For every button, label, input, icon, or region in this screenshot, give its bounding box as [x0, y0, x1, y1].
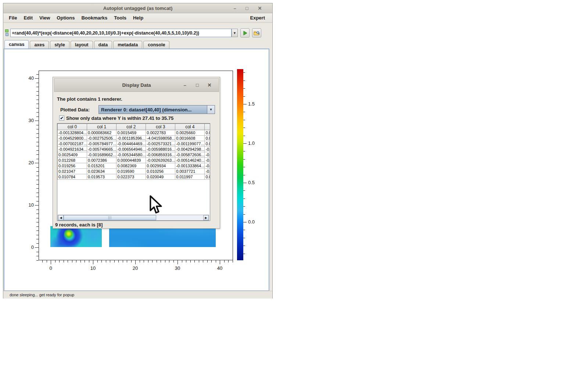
- maximize-icon[interactable]: □: [244, 5, 250, 12]
- table-cell[interactable]: 0.00: [205, 130, 210, 136]
- table-cell[interactable]: 0.0022783: [146, 130, 175, 136]
- tab-axes[interactable]: axes: [30, 41, 49, 49]
- go-button[interactable]: [240, 28, 250, 37]
- table-row[interactable]: 0.0122680.00723860.000044839-0.002639263…: [58, 158, 211, 163]
- minimize-icon[interactable]: –: [232, 5, 238, 12]
- table-cell[interactable]: 0.011997: [175, 174, 205, 180]
- table-cell[interactable]: -0.005784977...: [87, 141, 116, 147]
- tab-data[interactable]: data: [94, 41, 112, 49]
- title-bar[interactable]: Autoplot untagged (as tomcat) – □ ✕: [3, 3, 272, 13]
- dialog-minimize-icon[interactable]: –: [182, 82, 188, 89]
- table-cell[interactable]: -4.041598058...: [146, 136, 175, 141]
- table-cell[interactable]: -0.005988016...: [146, 147, 175, 152]
- table-cell[interactable]: -0.005872606...: [175, 152, 205, 158]
- table-cell[interactable]: -0.004464469...: [116, 141, 146, 147]
- table-cell[interactable]: 0.0015459: [116, 130, 146, 136]
- chevron-down-icon[interactable]: ▼: [207, 106, 215, 114]
- table-cell[interactable]: -0.001328804...: [58, 130, 87, 136]
- column-header-2[interactable]: col 2: [116, 124, 146, 130]
- horizontal-scrollbar[interactable]: ◀ ||| ▶: [58, 215, 209, 221]
- table-cell[interactable]: -0.0: [205, 169, 210, 174]
- dialog-title-bar[interactable]: Display Data – □ ✕: [54, 78, 219, 92]
- table-cell[interactable]: -0.0: [205, 147, 210, 152]
- scroll-left-icon[interactable]: ◀: [58, 215, 64, 220]
- table-cell[interactable]: 0.019590: [116, 169, 146, 174]
- tab-console[interactable]: console: [143, 41, 169, 49]
- table-cell[interactable]: -0.0: [205, 152, 210, 158]
- table-cell[interactable]: -0.001333864...: [175, 163, 205, 169]
- table-row[interactable]: 0.0210470.0236340.0195900.0102560.003772…: [58, 169, 211, 174]
- table-cell[interactable]: -0.005146240...: [175, 158, 205, 163]
- scrollbar-thumb[interactable]: |||: [64, 215, 156, 220]
- table-cell[interactable]: -0.002639263...: [146, 158, 175, 163]
- table-cell[interactable]: 0.00: [205, 136, 210, 141]
- table-cell[interactable]: -0.004529800...: [58, 136, 87, 141]
- tab-style[interactable]: style: [50, 41, 69, 49]
- table-cell[interactable]: -0.002752505...: [87, 136, 116, 141]
- table-cell[interactable]: 0.000083662: [87, 130, 116, 136]
- table-cell[interactable]: 0.000044839: [116, 158, 146, 163]
- table-cell[interactable]: 0.0016608: [175, 136, 205, 141]
- menu-item-bookmarks[interactable]: Bookmarks: [78, 15, 111, 21]
- dialog-close-icon[interactable]: ✕: [206, 82, 213, 89]
- uri-dropdown-button[interactable]: ▼: [232, 29, 238, 37]
- table-cell[interactable]: 0.019256: [58, 163, 87, 169]
- table-cell[interactable]: 0.010256: [146, 169, 175, 174]
- table-cell[interactable]: -0.001199077...: [175, 141, 205, 147]
- table-cell[interactable]: 0.0072386: [87, 158, 116, 163]
- table-cell[interactable]: -0.007002187...: [58, 141, 87, 147]
- tab-metadata[interactable]: metadata: [113, 41, 142, 49]
- scroll-right-icon[interactable]: ▶: [203, 215, 209, 220]
- tab-layout[interactable]: layout: [71, 41, 93, 49]
- table-cell[interactable]: -0.004294298...: [175, 147, 205, 152]
- data-table[interactable]: col 0col 1col 2col 3col 4-0.001328804...…: [57, 124, 210, 180]
- inspect-uri-button[interactable]: [252, 28, 261, 37]
- plotted-data-combobox[interactable]: Renderer 0: dataset[40,40] (dimension...…: [98, 105, 215, 114]
- table-cell[interactable]: 0.010784: [58, 174, 87, 180]
- menu-item-expert[interactable]: Expert: [250, 15, 265, 21]
- table-cell[interactable]: -0.005344580...: [116, 152, 146, 158]
- menu-item-file[interactable]: File: [6, 15, 20, 21]
- table-cell[interactable]: -0.005749665...: [87, 147, 116, 152]
- tab-canvas[interactable]: canvas: [4, 40, 29, 49]
- table-cell[interactable]: 0.0029934: [146, 163, 175, 169]
- column-header-0[interactable]: col 0: [58, 124, 87, 130]
- data-table-viewport[interactable]: col 0col 1col 2col 3col 4-0.001328804...…: [57, 123, 210, 221]
- table-cell[interactable]: 0.012268: [58, 158, 87, 163]
- scrollbar-track[interactable]: |||: [64, 215, 203, 220]
- menu-item-help[interactable]: Help: [130, 15, 147, 21]
- table-cell[interactable]: -0.001689662...: [87, 152, 116, 158]
- table-cell[interactable]: 0.0082369: [116, 163, 146, 169]
- uri-address-input[interactable]: [10, 29, 232, 37]
- table-cell[interactable]: -0.006859316...: [146, 152, 175, 158]
- table-cell[interactable]: -0.002573321...: [146, 141, 175, 147]
- table-row[interactable]: -0.007002187...-0.005784977...-0.0044644…: [58, 141, 211, 147]
- table-cell[interactable]: 0.00: [205, 174, 210, 180]
- table-cell[interactable]: 0.015201: [87, 163, 116, 169]
- table-row[interactable]: 0.0192560.0152010.00823690.0029934-0.001…: [58, 163, 211, 169]
- dialog-maximize-icon[interactable]: □: [194, 82, 201, 89]
- table-cell[interactable]: 0.0025660: [175, 130, 205, 136]
- table-cell[interactable]: 0.021047: [58, 169, 87, 174]
- table-cell[interactable]: 0.00: [205, 141, 210, 147]
- table-cell[interactable]: -0.006564946...: [116, 147, 146, 152]
- table-cell[interactable]: -0.001185396...: [116, 136, 146, 141]
- table-cell[interactable]: -0.0: [205, 163, 210, 169]
- table-row[interactable]: -0.004921634...-0.005749665...-0.0065649…: [58, 147, 211, 152]
- column-header-3[interactable]: col 3: [146, 124, 175, 130]
- table-row[interactable]: -0.004529800...-0.002752505...-0.0011853…: [58, 136, 211, 141]
- table-cell[interactable]: 0.0025409: [58, 152, 87, 158]
- column-header-4[interactable]: col 4: [175, 124, 205, 130]
- menu-item-view[interactable]: View: [36, 15, 53, 21]
- y-filter-checkbox[interactable]: ✔: [59, 115, 64, 121]
- menu-item-tools[interactable]: Tools: [111, 15, 130, 21]
- table-cell[interactable]: 0.022373: [116, 174, 146, 180]
- table-cell[interactable]: 0.019573: [87, 174, 116, 180]
- table-row[interactable]: 0.0107840.0195730.0223730.0200490.011997…: [58, 174, 211, 180]
- table-cell[interactable]: -0.004921634...: [58, 147, 87, 152]
- close-icon[interactable]: ✕: [257, 5, 263, 12]
- menu-item-options[interactable]: Options: [53, 15, 78, 21]
- table-cell[interactable]: 0.0037721: [175, 169, 205, 174]
- table-row[interactable]: -0.001328804...0.0000836620.00154590.002…: [58, 130, 211, 136]
- table-cell[interactable]: -0.0: [205, 158, 210, 163]
